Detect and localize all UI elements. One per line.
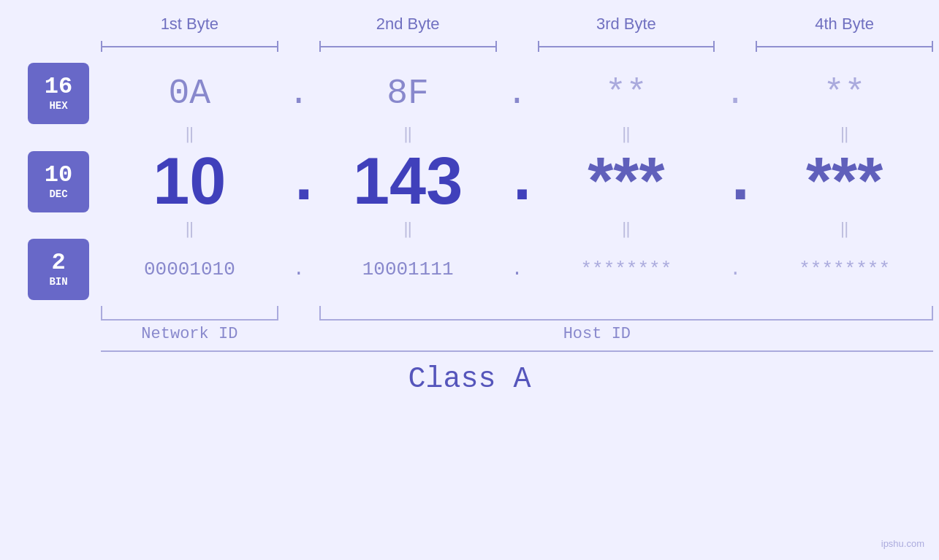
bin-row: 2 BIN 00001010 . 10001111 . ******** . [0,239,939,300]
equals-row-2: ‖ ‖ ‖ ‖ [0,219,939,239]
bin-dot3: . [721,258,750,280]
byte-headers-row: 1st Byte 2nd Byte 3rd Byte 4th Byte [0,15,939,37]
hex-badge: 16 HEX [28,63,89,124]
hex-cells: 0A . 8F . ** . ** [95,74,939,113]
hex-label: HEX [49,100,67,112]
host-bracket-b3 [532,306,721,321]
eq1-b2: ‖ [313,124,503,144]
brackets-area [95,41,939,52]
hex-byte3: ** [532,74,721,113]
byte-headers-area: 1st Byte 2nd Byte 3rd Byte 4th Byte [95,15,939,37]
top-bracket-row [0,41,939,52]
equals-row-1: ‖ ‖ ‖ ‖ [0,124,939,144]
eq1-b1: ‖ [95,124,284,144]
eq2-b1: ‖ [95,219,284,239]
byte2-header: 2nd Byte [313,15,503,37]
dec-byte2: 143 [313,144,503,219]
bin-byte1: 00001010 [95,258,284,280]
bin-number: 2 [51,251,65,275]
network-id-label: Network ID [95,325,284,343]
host-bracket-b2 [313,306,503,321]
watermark: ipshu.com [881,538,924,549]
dec-badge: 10 DEC [28,151,89,212]
dec-byte4: *** [750,144,939,219]
hex-dot3: . [721,74,750,113]
dec-label: DEC [49,188,67,200]
eq2-b3: ‖ [532,219,721,239]
dec-byte1: 10 [95,144,284,219]
hex-dot1: . [284,74,313,113]
hex-number: 16 [45,75,72,99]
eq1-b3: ‖ [532,124,721,144]
dec-badge-area: 10 DEC [0,151,95,212]
eq1-b4: ‖ [750,124,939,144]
full-line-container [0,350,939,352]
dec-dot1: . [284,145,313,219]
hex-badge-area: 16 HEX [0,63,95,124]
id-labels-area: Network ID Host ID [95,325,939,343]
dec-dot2: . [503,145,532,219]
bracket-byte3 [532,41,721,52]
eq2-b4: ‖ [750,219,939,239]
hex-dot2: . [503,74,532,113]
bracket-byte2 [313,41,503,52]
bracket-byte4 [750,41,939,52]
hex-row: 16 HEX 0A . 8F . ** . ** [0,63,939,124]
bin-dot2: . [503,258,532,280]
bottom-brackets-area [95,306,939,321]
equals-cells-1: ‖ ‖ ‖ ‖ [95,124,939,144]
bin-byte4: ******** [750,258,939,280]
equals-cells-2: ‖ ‖ ‖ ‖ [95,219,939,239]
bin-badge: 2 BIN [28,239,89,300]
bin-cells: 00001010 . 10001111 . ******** . *******… [95,258,939,280]
hex-byte4: ** [750,74,939,113]
hex-byte2: 8F [313,74,503,113]
host-bracket-b4 [750,306,939,321]
id-labels-row: Network ID Host ID [0,325,939,343]
hex-byte1: 0A [95,74,284,113]
eq2-b2: ‖ [313,219,503,239]
bin-byte3: ******** [532,258,721,280]
host-id-label: Host ID [313,325,881,343]
bin-dot1: . [284,258,313,280]
bin-label: BIN [49,276,67,288]
network-bracket [95,306,284,321]
byte4-header: 4th Byte [750,15,939,37]
bin-byte2: 10001111 [313,258,503,280]
byte3-header: 3rd Byte [532,15,721,37]
dec-dot3: . [721,145,750,219]
dec-cells: 10 . 143 . *** . *** [95,144,939,219]
dec-number: 10 [45,164,72,187]
bottom-bracket-container [0,306,939,321]
bin-badge-area: 2 BIN [0,239,95,300]
class-label: Class A [0,363,939,396]
dec-byte3: *** [532,144,721,219]
byte1-header: 1st Byte [95,15,284,37]
main-container: 1st Byte 2nd Byte 3rd Byte 4th Byte [0,0,939,560]
dec-row: 10 DEC 10 . 143 . *** . *** [0,144,939,219]
full-bottom-line [101,350,933,352]
bracket-byte1 [95,41,284,52]
